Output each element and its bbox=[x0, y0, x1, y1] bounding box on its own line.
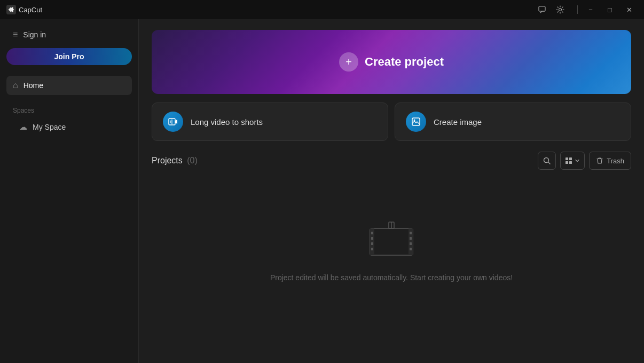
long-video-icon bbox=[163, 112, 183, 132]
sidebar-top: ≡ Sign in Join Pro bbox=[0, 26, 138, 74]
titlebar-divider bbox=[577, 5, 578, 14]
svg-rect-7 bbox=[412, 118, 420, 125]
create-project-content: + Create project bbox=[339, 52, 444, 72]
sign-in-button[interactable]: ≡ Sign in bbox=[6, 26, 132, 44]
titlebar: CapCut − □ ✕ bbox=[0, 0, 644, 19]
svg-rect-13 bbox=[566, 161, 568, 164]
trash-icon bbox=[596, 157, 603, 164]
create-project-label: Create project bbox=[365, 55, 444, 69]
main-content: + Create project Long video to shorts Cr… bbox=[139, 19, 644, 363]
svg-point-3 bbox=[559, 9, 562, 11]
svg-rect-24 bbox=[410, 232, 412, 234]
svg-rect-15 bbox=[370, 228, 413, 255]
create-image-icon bbox=[406, 112, 426, 132]
my-space-icon: ☁ bbox=[19, 122, 27, 132]
titlebar-left: CapCut bbox=[6, 5, 42, 14]
spaces-section: Spaces ☁ My Space bbox=[0, 98, 138, 141]
projects-title: Projects (0) bbox=[152, 156, 198, 165]
chevron-down-icon bbox=[575, 158, 580, 163]
projects-count: (0) bbox=[187, 156, 198, 165]
svg-rect-27 bbox=[410, 248, 412, 250]
maximize-button[interactable]: □ bbox=[601, 1, 618, 18]
my-space-label: My Space bbox=[33, 123, 66, 131]
extra-icons bbox=[533, 1, 569, 18]
svg-rect-14 bbox=[569, 161, 572, 164]
long-video-label: Long video to shorts bbox=[191, 117, 263, 127]
spaces-label: Spaces bbox=[13, 107, 125, 114]
create-plus-icon: + bbox=[339, 52, 358, 72]
projects-title-container: Projects (0) bbox=[152, 156, 198, 165]
settings-icon[interactable] bbox=[552, 1, 569, 18]
close-button[interactable]: ✕ bbox=[621, 1, 638, 18]
svg-rect-25 bbox=[410, 237, 412, 240]
long-video-to-shorts-card[interactable]: Long video to shorts bbox=[152, 102, 388, 141]
svg-rect-12 bbox=[569, 157, 572, 160]
join-pro-button[interactable]: Join Pro bbox=[6, 48, 132, 65]
create-image-card[interactable]: Create image bbox=[395, 102, 631, 141]
svg-rect-20 bbox=[371, 237, 373, 240]
search-icon bbox=[543, 157, 551, 164]
empty-illustration bbox=[359, 212, 423, 263]
create-project-banner[interactable]: + Create project bbox=[152, 30, 631, 94]
window-controls: − □ ✕ bbox=[533, 1, 638, 18]
sidebar-nav: ⌂ Home bbox=[0, 74, 138, 98]
logo-icon bbox=[6, 5, 16, 14]
sidebar: ≡ Sign in Join Pro ⌂ Home Spaces ☁ My Sp… bbox=[0, 19, 139, 363]
projects-header: Projects (0) Trash bbox=[152, 152, 631, 170]
main-layout: ≡ Sign in Join Pro ⌂ Home Spaces ☁ My Sp… bbox=[0, 19, 644, 363]
app-name: CapCut bbox=[19, 6, 42, 14]
svg-rect-19 bbox=[371, 232, 373, 234]
minimize-button[interactable]: − bbox=[582, 1, 599, 18]
empty-state-text: Project edited will be saved automatical… bbox=[270, 273, 513, 282]
trash-label: Trash bbox=[607, 157, 624, 165]
feedback-icon[interactable] bbox=[533, 1, 551, 18]
app-logo: CapCut bbox=[6, 5, 42, 14]
svg-rect-26 bbox=[410, 242, 412, 245]
trash-button[interactable]: Trash bbox=[589, 152, 631, 170]
home-icon: ⌂ bbox=[13, 81, 18, 90]
svg-rect-22 bbox=[371, 248, 373, 250]
svg-rect-2 bbox=[539, 6, 545, 11]
svg-rect-11 bbox=[566, 157, 568, 160]
sign-in-label: Sign in bbox=[23, 30, 46, 39]
projects-toolbar: Trash bbox=[538, 152, 631, 170]
home-label: Home bbox=[23, 81, 43, 90]
quick-actions: Long video to shorts Create image bbox=[152, 102, 631, 141]
svg-rect-21 bbox=[371, 242, 373, 245]
grid-view-icon bbox=[565, 157, 572, 164]
svg-point-8 bbox=[414, 120, 415, 121]
view-toggle-button[interactable] bbox=[560, 152, 585, 170]
search-button[interactable] bbox=[538, 152, 556, 170]
sidebar-item-home[interactable]: ⌂ Home bbox=[6, 76, 132, 95]
sidebar-item-my-space[interactable]: ☁ My Space bbox=[13, 117, 125, 137]
sign-in-icon: ≡ bbox=[13, 30, 18, 40]
svg-line-10 bbox=[548, 162, 551, 164]
empty-state: Project edited will be saved automatical… bbox=[152, 180, 631, 303]
create-image-label: Create image bbox=[434, 117, 482, 127]
